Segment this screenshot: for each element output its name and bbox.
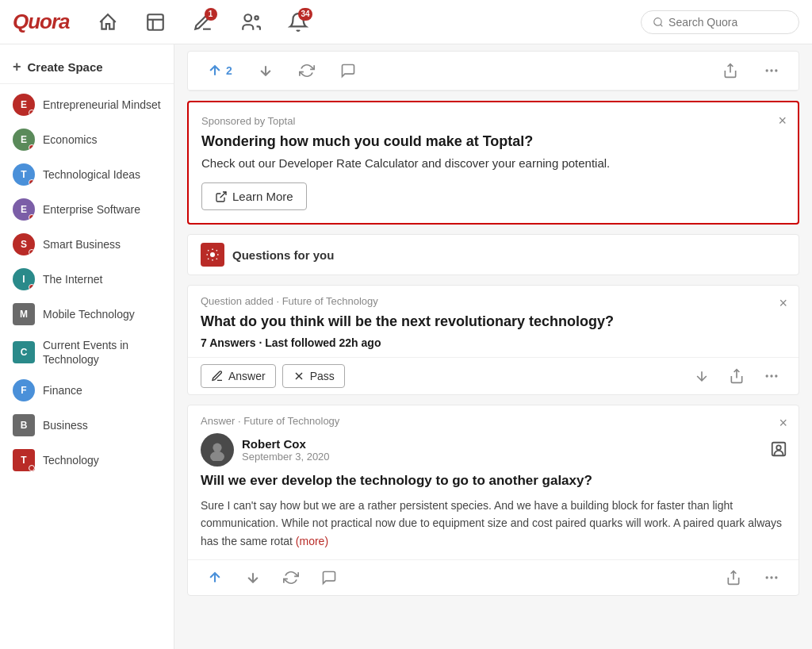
comment-button[interactable]: [334, 60, 362, 82]
sidebar-avatar-economics: E: [13, 129, 35, 151]
spaces-nav-icon[interactable]: [235, 6, 266, 38]
sidebar-label: Finance: [43, 383, 82, 397]
answer-nav-icon[interactable]: 1: [187, 6, 219, 38]
q-more-button[interactable]: [757, 365, 786, 387]
pass-btn-label: Pass: [310, 370, 335, 382]
a-share-icon: [726, 570, 741, 586]
sidebar-avatar-internet: I: [13, 268, 35, 290]
question-card: Question added · Future of Technology Wh…: [187, 285, 799, 395]
sidebar-item-entrepreneurial-mindset[interactable]: E Entrepreneurial Mindset: [0, 87, 174, 122]
svg-line-10: [220, 192, 226, 198]
sidebar-avatar-smart-business: S: [13, 233, 35, 255]
notification-dot: [29, 214, 35, 221]
a-share-button[interactable]: [719, 566, 748, 589]
main-feed: 2: [174, 44, 812, 649]
sidebar-label: The Internet: [43, 272, 103, 286]
sidebar-item-technological-ideas[interactable]: T Technological Ideas: [0, 157, 174, 192]
notification-dot: [29, 284, 35, 290]
sidebar-item-current-events[interactable]: C Current Events in Technology: [0, 332, 174, 373]
notification-dot: [29, 465, 35, 471]
q-share-button[interactable]: [722, 365, 751, 387]
svg-point-8: [770, 69, 772, 71]
sidebar-item-enterprise-software[interactable]: E Enterprise Software: [0, 192, 174, 227]
downvote-button[interactable]: [251, 60, 280, 82]
question-title[interactable]: What do you think will be the next revol…: [188, 310, 799, 336]
upvote-button[interactable]: 2: [201, 60, 239, 82]
a-comment-button[interactable]: [315, 566, 343, 589]
question-stats: 7 Answers · Last followed 22h ago: [188, 336, 799, 357]
learn-more-button[interactable]: Learn More: [201, 182, 307, 210]
plus-icon: +: [13, 59, 21, 75]
svg-point-21: [775, 577, 777, 579]
more-link[interactable]: (more): [296, 535, 328, 547]
notifications-nav-icon[interactable]: 34: [282, 6, 314, 38]
feed-nav-icon[interactable]: [140, 6, 171, 38]
body-layout: + Create Space E Entrepreneurial Mindset…: [0, 44, 812, 649]
sidebar-avatar-current-events: C: [13, 341, 35, 363]
sidebar-label: Enterprise Software: [43, 202, 140, 217]
sidebar-avatar-mobile: M: [13, 303, 35, 325]
a-more-button[interactable]: [757, 566, 786, 589]
ad-close-button[interactable]: ×: [778, 113, 787, 128]
answer-badge: 1: [205, 8, 217, 21]
answer-author: Robert Cox September 3, 2020: [188, 433, 799, 473]
app-container: Quora 1: [0, 0, 812, 649]
answer-close-button[interactable]: ×: [779, 415, 787, 432]
create-space-button[interactable]: + Create Space: [0, 51, 174, 84]
q-more-icon: [764, 368, 779, 384]
author-avatar: [201, 433, 234, 467]
qfy-label: Questions for you: [232, 248, 334, 262]
comment-icon: [340, 63, 356, 79]
answer-button[interactable]: Answer: [201, 364, 276, 388]
sidebar-item-finance[interactable]: F Finance: [0, 373, 174, 408]
pass-button[interactable]: Pass: [282, 364, 345, 388]
top-actions-bar: 2: [188, 52, 799, 90]
sidebar-item-technology[interactable]: T Technology: [0, 443, 174, 478]
a-refresh-button[interactable]: [277, 566, 305, 589]
search-bar[interactable]: [641, 10, 799, 34]
more-dots-icon: [764, 63, 779, 79]
more-button[interactable]: [757, 60, 786, 82]
a-upvote-button[interactable]: [201, 566, 229, 589]
a-downvote-button[interactable]: [239, 566, 267, 589]
follow-button[interactable]: [770, 440, 787, 460]
ad-title: Wondering how much you could make at Top…: [201, 133, 785, 150]
ad-card: Sponsored by Toptal Wondering how much y…: [187, 101, 799, 225]
sidebar-item-economics[interactable]: E Economics: [0, 122, 174, 157]
sidebar-label: Economics: [43, 132, 97, 147]
upvote-icon: [207, 63, 223, 79]
answer-btn-label: Answer: [228, 370, 266, 382]
ad-description: Check out our Developer Rate Calculator …: [201, 156, 785, 170]
question-close-button[interactable]: ×: [779, 295, 787, 312]
notification-dot: [29, 249, 35, 255]
answer-meta: Answer · Future of Technology: [188, 405, 799, 433]
share-button[interactable]: [716, 60, 745, 82]
svg-point-18: [210, 451, 224, 461]
quora-logo[interactable]: Quora: [13, 10, 70, 34]
external-link-icon: [215, 190, 228, 203]
search-input[interactable]: [668, 16, 787, 29]
notification-dot: [29, 144, 35, 151]
refresh-button[interactable]: [293, 60, 321, 82]
svg-rect-0: [147, 14, 163, 30]
answer-text-content: Sure I can't say how but we are a rather…: [201, 499, 782, 547]
sidebar-item-the-internet[interactable]: I The Internet: [0, 262, 174, 297]
home-nav-icon[interactable]: [92, 6, 124, 38]
pass-icon: [293, 370, 305, 382]
downvote-icon: [258, 63, 274, 79]
sidebar-avatar-business: B: [13, 414, 35, 436]
svg-point-23: [776, 445, 781, 450]
header: Quora 1: [0, 0, 812, 44]
sidebar-label: Mobile Technology: [43, 307, 135, 321]
sidebar-item-business[interactable]: B Business: [0, 408, 174, 443]
sidebar-label: Business: [43, 418, 88, 432]
q-downvote-button[interactable]: [688, 365, 716, 387]
sidebar: + Create Space E Entrepreneurial Mindset…: [0, 44, 174, 649]
answer-icon: [211, 370, 224, 382]
vote-count: 2: [226, 64, 232, 77]
a-refresh-icon: [283, 570, 299, 586]
answer-question-title[interactable]: Will we ever develop the technology to g…: [188, 473, 799, 497]
svg-point-11: [210, 252, 215, 257]
sidebar-item-mobile-technology[interactable]: M Mobile Technology: [0, 297, 174, 332]
sidebar-item-smart-business[interactable]: S Smart Business: [0, 227, 174, 262]
